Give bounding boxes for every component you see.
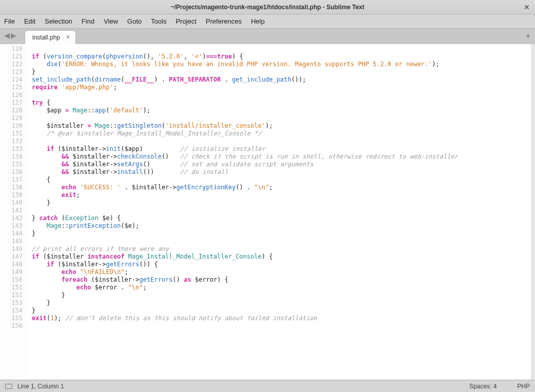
menu-file[interactable]: File bbox=[4, 17, 15, 25]
nav-arrows: ◀ ▶ bbox=[4, 31, 16, 40]
tab-install[interactable]: install.php ✕ bbox=[25, 30, 76, 44]
nav-forward-icon[interactable]: ▶ bbox=[11, 31, 16, 40]
tab-label: install.php bbox=[32, 34, 60, 41]
menu-tools[interactable]: Tools bbox=[151, 17, 166, 25]
minimap[interactable] bbox=[531, 44, 535, 380]
menu-selection[interactable]: Selection bbox=[45, 17, 72, 25]
statusbar: Line 1, Column 1 Spaces: 4 PHP bbox=[0, 380, 535, 392]
menu-goto[interactable]: Goto bbox=[127, 17, 142, 25]
titlebar: ~/Projects/magento-trunk-mage1/htdocs/in… bbox=[0, 0, 535, 14]
editor[interactable]: 120 121 122 123 124 125 126 127 128 129 … bbox=[0, 44, 535, 380]
code-area[interactable]: if (version_compare(phpversion(), '5.2.0… bbox=[27, 44, 535, 380]
tab-close-icon[interactable]: ✕ bbox=[66, 34, 70, 41]
tabbar: ◀ ▶ install.php ✕ ▾ bbox=[0, 29, 535, 44]
menu-project[interactable]: Project bbox=[176, 17, 196, 25]
menu-help[interactable]: Help bbox=[251, 17, 265, 25]
menu-view[interactable]: View bbox=[104, 17, 118, 25]
menu-find[interactable]: Find bbox=[82, 17, 94, 25]
status-spaces[interactable]: Spaces: 4 bbox=[469, 383, 497, 390]
tabbar-menu-icon[interactable]: ▾ bbox=[526, 32, 530, 40]
menu-preferences[interactable]: Preferences bbox=[206, 17, 242, 25]
status-position[interactable]: Line 1, Column 1 bbox=[17, 383, 64, 390]
window-title: ~/Projects/magento-trunk-mage1/htdocs/in… bbox=[171, 4, 365, 11]
panel-icon[interactable] bbox=[5, 384, 12, 389]
nav-back-icon[interactable]: ◀ bbox=[4, 31, 10, 40]
status-lang[interactable]: PHP bbox=[517, 383, 530, 390]
close-icon[interactable]: ✕ bbox=[524, 3, 530, 11]
menu-edit[interactable]: Edit bbox=[24, 17, 35, 25]
gutter: 120 121 122 123 124 125 126 127 128 129 … bbox=[0, 44, 27, 380]
menubar: FileEditSelectionFindViewGotoToolsProjec… bbox=[0, 14, 535, 29]
